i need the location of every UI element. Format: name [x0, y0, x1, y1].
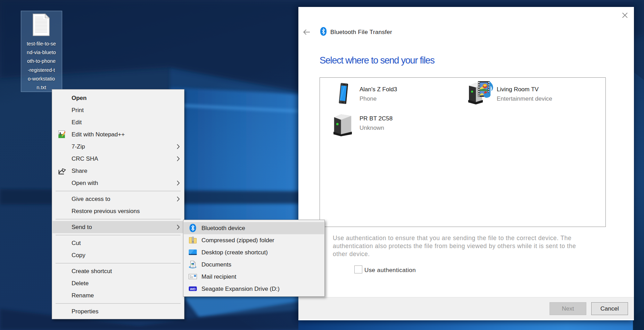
svg-text:WD: WD — [190, 287, 196, 291]
